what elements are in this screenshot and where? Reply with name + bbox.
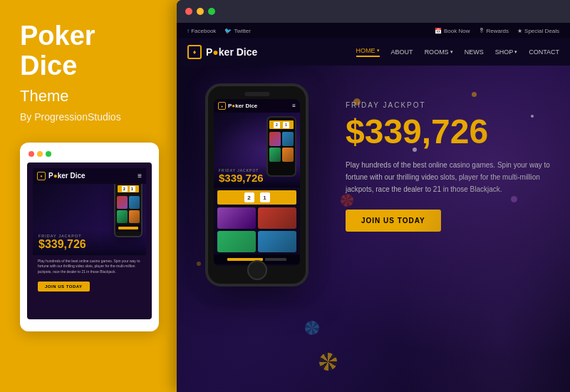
dot-green	[46, 151, 51, 157]
left-panel: PokerDice Theme By ProgressionStudios ♦ …	[0, 0, 177, 392]
star-icon: ★	[517, 28, 522, 34]
mobile-jackpot-amount: $339,726	[38, 238, 140, 251]
phone-game-2	[258, 207, 296, 229]
hamburger-icon[interactable]: ≡	[138, 172, 142, 180]
mobile-logo-text: P●ker Dice	[48, 172, 86, 180]
theme-subtitle: Theme	[20, 87, 157, 105]
topbar-twitter[interactable]: 🐦 Twitter	[224, 28, 251, 34]
twitter-label: Twitter	[234, 28, 251, 34]
site-hero: ♦ P●ker Dice ≡ FRIDAY JACKPOT $339,726	[177, 66, 570, 392]
book-icon: 📅	[435, 28, 442, 34]
mobile-logo-icon: ♦	[37, 172, 46, 180]
mobile-hero-bg: FRIDAY JACKPOT $339,726 2 1	[33, 184, 146, 255]
nav-home[interactable]: HOME ▾	[356, 47, 380, 57]
mobile-traffic-lights	[28, 151, 51, 157]
mobile-nav-logo: ♦ P●ker Dice	[37, 172, 86, 180]
game-thumb-2	[129, 196, 140, 209]
phone-game-3	[217, 231, 256, 252]
game-grid	[115, 195, 141, 225]
topbar-left: f Facebook 🐦 Twitter	[187, 28, 251, 34]
browser-chrome	[177, 0, 570, 23]
mobile-body-text: Play hundreds of the best online casino …	[38, 259, 141, 275]
slots-display-bar: 2 1	[217, 190, 296, 205]
slots-bar: 2 1	[118, 185, 139, 192]
nav-news[interactable]: NEWS	[465, 47, 484, 57]
dot-yellow	[37, 151, 43, 157]
topbar-booknow[interactable]: 📅 Book Now	[435, 28, 470, 34]
rooms-arrow-icon: ▾	[450, 49, 453, 55]
rewards-icon: 🎖	[479, 28, 484, 34]
topbar-facebook[interactable]: f Facebook	[187, 28, 216, 34]
site-logo[interactable]: ♦ P●ker Dice	[187, 45, 257, 59]
theme-title: PokerDice	[20, 21, 157, 81]
phone-hero-area: FRIDAY JACKPOT $339,726 2 1	[214, 113, 300, 187]
nested-phone: 2 1	[114, 184, 142, 237]
browser-dot-red[interactable]	[185, 8, 192, 15]
site-nav: ♦ P●ker Dice HOME ▾ ABOUT ROOMS ▾ NEWS S…	[177, 38, 570, 66]
dot-red	[28, 151, 34, 157]
theme-author: By ProgressionStudios	[20, 111, 157, 123]
facebook-label: Facebook	[191, 28, 216, 34]
mobile-cta-button[interactable]: JOIN US TODAY	[38, 282, 90, 292]
topbar-right: 📅 Book Now 🎖 Rewards ★ Special Deals	[435, 28, 559, 34]
mobile-nav: ♦ P●ker Dice ≡	[33, 168, 146, 184]
mobile-screen: ♦ P●ker Dice ≡ FRIDAY JACKPOT $339,726 2	[27, 163, 152, 319]
nav-about[interactable]: ABOUT	[391, 47, 413, 57]
chip-1	[319, 353, 337, 371]
topbar-special-deals[interactable]: ★ Special Deals	[517, 28, 559, 34]
browser-mockup: f Facebook 🐦 Twitter 📅 Book Now 🎖 Reward…	[177, 0, 570, 392]
site-logo-icon: ♦	[187, 45, 202, 59]
nested-phone-hero: 2 1	[266, 116, 296, 177]
mobile-body-section: Play hundreds of the best online casino …	[33, 255, 146, 296]
topbar-rewards[interactable]: 🎖 Rewards	[479, 28, 509, 34]
phone-game-1	[217, 207, 256, 229]
phone-game-4	[258, 231, 296, 252]
game-thumb-4	[129, 210, 140, 223]
phone-home-button	[247, 260, 267, 280]
shop-arrow-icon: ▾	[514, 49, 517, 55]
nav-rooms[interactable]: ROOMS ▾	[425, 47, 453, 57]
site-topbar: f Facebook 🐦 Twitter 📅 Book Now 🎖 Reward…	[177, 23, 570, 38]
phone-inner-screen: ♦ P●ker Dice ≡ FRIDAY JACKPOT $339,726	[214, 99, 300, 266]
mobile-card-header	[27, 151, 152, 157]
chip-2	[305, 321, 319, 335]
phone-speaker	[244, 92, 269, 96]
game-thumb-1	[117, 196, 128, 209]
phone-bottom-links	[115, 225, 141, 232]
browser-dot-green[interactable]	[208, 8, 215, 15]
hero-person-bg	[392, 93, 570, 392]
chip-3	[341, 194, 353, 207]
twitter-icon: 🐦	[224, 28, 232, 34]
phone-nav-bar: ♦ P●ker Dice ≡	[214, 99, 300, 113]
hero-phone-mockup: ♦ P●ker Dice ≡ FRIDAY JACKPOT $339,726	[205, 83, 309, 287]
browser-dot-yellow[interactable]	[197, 8, 204, 15]
site-nav-menu: HOME ▾ ABOUT ROOMS ▾ NEWS SHOP ▾ CONTACT	[356, 47, 559, 57]
phone-hamburger-icon: ≡	[292, 103, 296, 109]
facebook-icon: f	[187, 28, 189, 34]
home-arrow-icon: ▾	[377, 48, 380, 53]
site-logo-text: P●ker Dice	[206, 46, 257, 58]
phone-outer-shell: ♦ P●ker Dice ≡ FRIDAY JACKPOT $339,726	[205, 83, 309, 287]
phone-nav-logo: ♦ P●ker Dice	[218, 102, 257, 110]
mobile-preview-card: ♦ P●ker Dice ≡ FRIDAY JACKPOT $339,726 2	[20, 143, 159, 331]
phone-game-grid	[214, 207, 300, 252]
nav-contact[interactable]: CONTACT	[529, 47, 559, 57]
game-thumb-3	[117, 210, 128, 223]
nav-shop[interactable]: SHOP ▾	[495, 47, 518, 57]
